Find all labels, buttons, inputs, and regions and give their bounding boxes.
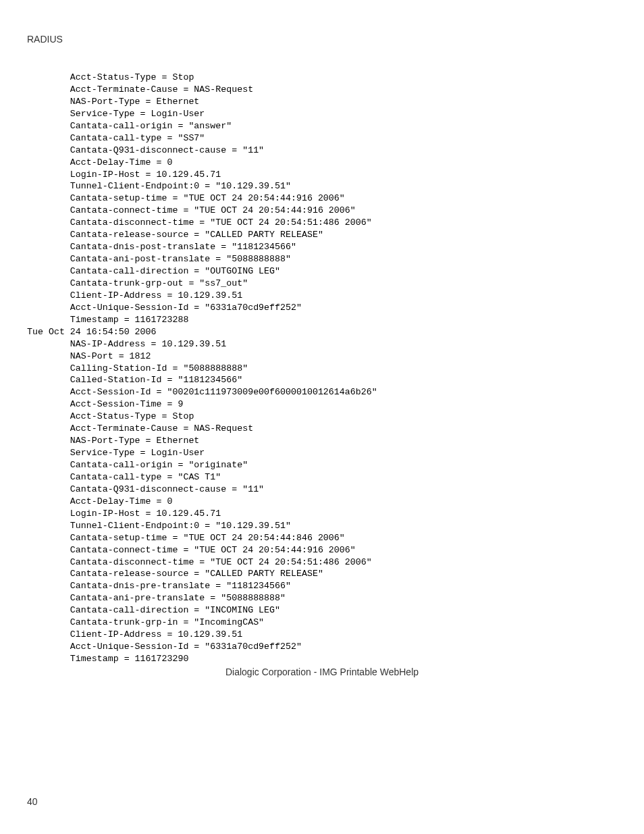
page-header: RADIUS: [27, 34, 617, 45]
radius-log-content: Acct-Status-Type = Stop Acct-Terminate-C…: [27, 72, 617, 665]
footer-caption: Dialogic Corporation - IMG Printable Web…: [27, 667, 617, 677]
page-number: 40: [27, 796, 38, 807]
